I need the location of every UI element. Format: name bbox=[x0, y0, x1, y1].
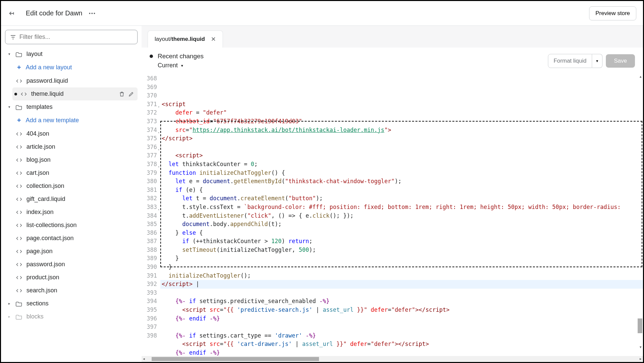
folder-icon bbox=[16, 104, 22, 110]
code-file-icon bbox=[16, 210, 22, 215]
folder-label: blocks bbox=[26, 313, 44, 320]
tab-path-prefix: layout/ bbox=[155, 36, 171, 43]
back-icon[interactable] bbox=[8, 9, 16, 17]
code-file-icon bbox=[16, 157, 22, 163]
code-file-icon bbox=[16, 131, 22, 137]
folder-layout[interactable]: ▾ layout bbox=[5, 48, 138, 61]
scroll-right-arrow-icon[interactable]: ▸ bbox=[640, 357, 642, 361]
app-header: Edit code for Dawn Preview store bbox=[1, 1, 643, 26]
chevron-right-icon: ▸ bbox=[8, 314, 13, 319]
file-sidebar: ▾ layout + Add a new layout password.liq… bbox=[1, 26, 142, 362]
plus-icon: + bbox=[17, 64, 21, 71]
delete-icon[interactable] bbox=[119, 91, 125, 97]
format-dropdown-button[interactable]: ▾ bbox=[592, 54, 602, 68]
file-item[interactable]: gift_card.liquid bbox=[12, 193, 138, 206]
file-item[interactable]: product.json bbox=[12, 271, 138, 284]
recent-changes-label: Recent changes bbox=[150, 53, 204, 60]
file-item[interactable]: search.json bbox=[12, 284, 138, 297]
code-editor[interactable]: 368369370371▾372373374▾375376▾377378▾379… bbox=[142, 74, 643, 356]
file-item[interactable]: cart.json bbox=[12, 166, 138, 179]
tab-theme-liquid[interactable]: layout/theme.liquid ✕ bbox=[148, 30, 223, 48]
add-new-layout[interactable]: + Add a new layout bbox=[12, 61, 138, 74]
file-tree: ▾ layout + Add a new layout password.liq… bbox=[5, 48, 138, 323]
code-file-icon bbox=[16, 262, 22, 267]
folder-templates[interactable]: ▾ templates bbox=[5, 100, 138, 114]
file-item[interactable]: 404.json bbox=[12, 127, 138, 140]
file-item[interactable]: page.contact.json bbox=[12, 232, 138, 245]
version-dropdown[interactable]: Current ▾ bbox=[158, 62, 204, 69]
code-file-icon bbox=[16, 170, 22, 176]
file-password-liquid[interactable]: password.liquid bbox=[12, 74, 138, 87]
folder-label: templates bbox=[26, 103, 53, 111]
code-file-icon bbox=[20, 91, 27, 97]
folder-icon bbox=[16, 314, 22, 320]
folder-blocks[interactable]: ▸ blocks bbox=[5, 310, 138, 323]
close-icon[interactable]: ✕ bbox=[211, 35, 216, 43]
file-item[interactable]: page.json bbox=[12, 245, 138, 258]
folder-label: sections bbox=[26, 300, 49, 307]
file-item[interactable]: article.json bbox=[12, 140, 138, 153]
chevron-down-icon: ▾ bbox=[596, 59, 598, 63]
file-item[interactable]: collection.json bbox=[12, 179, 138, 193]
code-file-icon bbox=[16, 223, 22, 228]
edit-icon[interactable] bbox=[128, 91, 134, 97]
scroll-down-arrow-icon[interactable]: ▾ bbox=[640, 345, 642, 349]
code-file-icon bbox=[16, 78, 22, 84]
chevron-right-icon: ▸ bbox=[8, 301, 13, 306]
file-theme-liquid[interactable]: theme.liquid bbox=[12, 87, 138, 100]
code-file-icon bbox=[16, 236, 22, 241]
page-title: Edit code for Dawn bbox=[26, 9, 82, 17]
code-file-icon bbox=[16, 249, 22, 254]
scrollbar-thumb[interactable] bbox=[638, 318, 642, 333]
main-body: ▾ layout + Add a new layout password.liq… bbox=[1, 26, 643, 362]
scroll-left-arrow-icon[interactable]: ◂ bbox=[143, 357, 145, 361]
code-file-icon bbox=[16, 275, 22, 280]
modified-dot-icon bbox=[14, 93, 17, 95]
save-button[interactable]: Save bbox=[606, 54, 635, 68]
editor-tabs: layout/theme.liquid ✕ bbox=[142, 26, 643, 48]
editor-area: layout/theme.liquid ✕ Recent changes Cur… bbox=[142, 26, 643, 362]
scroll-up-arrow-icon[interactable]: ▴ bbox=[640, 74, 642, 79]
preview-store-button[interactable]: Preview store bbox=[589, 6, 636, 20]
file-item[interactable]: list-collections.json bbox=[12, 219, 138, 232]
horizontal-scrollbar[interactable]: ◂ ▸ bbox=[142, 356, 643, 362]
file-item[interactable]: blog.json bbox=[12, 153, 138, 166]
file-item[interactable]: password.json bbox=[12, 258, 138, 271]
plus-icon: + bbox=[17, 117, 21, 124]
chevron-down-icon: ▾ bbox=[181, 63, 183, 68]
code-file-icon bbox=[16, 197, 22, 202]
folder-sections[interactable]: ▸ sections bbox=[5, 297, 138, 310]
vertical-scrollbar[interactable]: ▴ ▾ bbox=[638, 74, 642, 350]
code-file-icon bbox=[16, 144, 22, 150]
format-liquid-button[interactable]: Format liquid bbox=[548, 54, 592, 68]
filter-icon bbox=[10, 35, 16, 40]
folder-icon bbox=[16, 301, 22, 307]
folder-label: layout bbox=[26, 51, 43, 58]
add-new-template[interactable]: + Add a new template bbox=[12, 114, 138, 127]
scrollbar-thumb[interactable] bbox=[152, 357, 319, 361]
chevron-down-icon: ▾ bbox=[8, 105, 13, 109]
tab-path-file: theme.liquid bbox=[171, 36, 205, 43]
filter-files-box[interactable] bbox=[5, 30, 138, 44]
filter-input[interactable] bbox=[19, 33, 133, 41]
editor-header: Recent changes Current ▾ Format liquid ▾… bbox=[142, 48, 643, 74]
file-item[interactable]: index.json bbox=[12, 206, 138, 219]
dot-icon bbox=[150, 55, 153, 58]
code-file-icon bbox=[16, 288, 22, 293]
more-icon[interactable] bbox=[89, 13, 95, 14]
code-file-icon bbox=[16, 184, 22, 189]
chevron-down-icon: ▾ bbox=[8, 52, 13, 56]
folder-icon bbox=[16, 51, 22, 57]
